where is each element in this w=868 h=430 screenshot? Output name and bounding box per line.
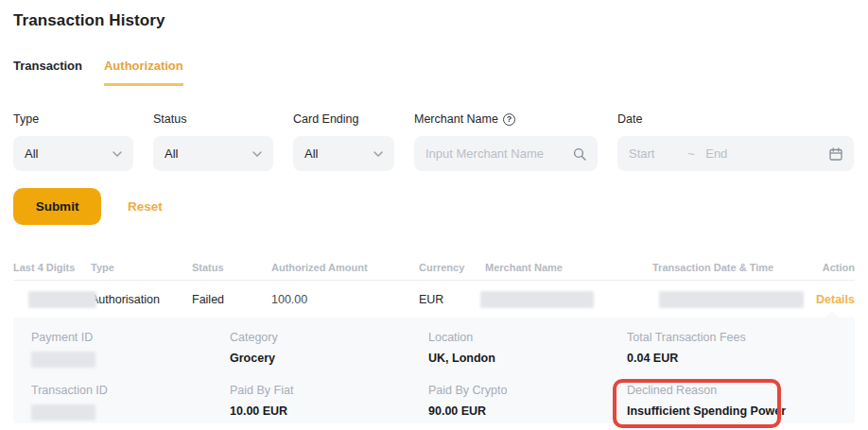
paid-by-crypto-value: 90.00 EUR: [428, 404, 627, 418]
category-label: Category: [230, 331, 428, 344]
fees-label: Total Transaction Fees: [627, 331, 825, 344]
filter-actions: Submit Reset: [13, 188, 855, 225]
redacted-payment-id: [31, 352, 95, 368]
card-ending-select[interactable]: All: [293, 136, 394, 171]
date-start-input[interactable]: [629, 146, 686, 161]
question-circle-icon[interactable]: ?: [503, 113, 515, 126]
panel-caret: [825, 311, 840, 318]
field-location: Location UK, London: [428, 331, 627, 368]
type-select-value: All: [25, 146, 113, 161]
tab-transaction[interactable]: Transaction: [13, 59, 82, 86]
cell-datetime: [652, 291, 813, 308]
redacted-last4: [28, 291, 96, 308]
expanded-detail-panel: Payment ID Category Grocery Location UK,…: [13, 318, 855, 423]
field-paid-by-crypto: Paid By Crypto 90.00 EUR: [428, 384, 627, 421]
cell-type: Authorisation: [91, 293, 192, 306]
location-value: UK, London: [428, 352, 627, 365]
filter-status-label: Status: [153, 112, 273, 126]
date-range-field: ~: [617, 136, 854, 171]
paid-by-crypto-label: Paid By Crypto: [428, 384, 627, 397]
card-ending-select-value: All: [304, 146, 373, 161]
chevron-down-icon: [113, 151, 122, 157]
col-authorized-amount: Authorized Amount: [271, 262, 419, 273]
cell-last4: [13, 291, 91, 308]
filter-date: Date ~: [617, 112, 854, 171]
status-select-value: All: [165, 146, 252, 161]
location-label: Location: [428, 331, 627, 344]
cell-currency: EUR: [419, 293, 485, 306]
col-currency: Currency: [419, 262, 485, 273]
details-link[interactable]: Details: [816, 293, 855, 306]
filter-card-ending-label: Card Ending: [293, 112, 394, 126]
page-title: Transaction History: [13, 11, 855, 30]
chevron-down-icon: [373, 151, 383, 157]
table-row: Authorisation Failed 100.00 EUR Details: [13, 281, 855, 318]
declined-reason-label: Declined Reason: [627, 384, 825, 397]
merchant-name-field: [414, 136, 598, 171]
filter-type-label: Type: [13, 112, 133, 126]
field-transaction-id: Transaction ID: [31, 384, 230, 421]
payment-id-label: Payment ID: [31, 331, 230, 344]
date-end-input[interactable]: [705, 146, 762, 161]
cell-merchant: [485, 291, 652, 308]
declined-reason-value: Insufficient Spending Power: [627, 404, 825, 418]
col-status: Status: [192, 262, 271, 273]
col-merchant-name: Merchant Name: [485, 262, 652, 273]
filter-merchant-label-text: Merchant Name: [414, 112, 498, 126]
cell-authorized-amount: 100.00: [271, 293, 419, 306]
type-select[interactable]: All: [13, 136, 133, 171]
filter-merchant-name: Merchant Name ?: [414, 112, 598, 171]
col-transaction-date-time: Transaction Date & Time: [652, 262, 813, 273]
paid-by-fiat-value: 10.00 EUR: [230, 404, 428, 418]
filter-type: Type All: [13, 112, 133, 171]
table-header-row: Last 4 Digits Type Status Authorized Amo…: [13, 255, 855, 281]
authorization-table: Last 4 Digits Type Status Authorized Amo…: [13, 255, 855, 318]
chevron-down-icon: [252, 151, 262, 157]
filter-merchant-label: Merchant Name ?: [414, 112, 598, 126]
redacted-transaction-id: [31, 404, 95, 421]
filter-status: Status All: [153, 112, 273, 171]
filter-bar: Type All Status All Card Ending All: [13, 112, 855, 171]
date-separator: ~: [687, 146, 824, 161]
search-icon[interactable]: [573, 147, 586, 161]
fees-value: 0.04 EUR: [627, 352, 825, 365]
category-value: Grocery: [230, 352, 428, 365]
redacted-merchant: [480, 291, 594, 308]
field-payment-id: Payment ID: [31, 331, 230, 368]
paid-by-fiat-label: Paid By Fiat: [230, 384, 428, 397]
field-category: Category Grocery: [230, 331, 428, 368]
field-total-transaction-fees: Total Transaction Fees 0.04 EUR: [627, 331, 825, 368]
transaction-history-page: Transaction History Transaction Authoriz…: [0, 11, 868, 423]
filter-date-label: Date: [617, 112, 854, 126]
filter-card-ending: Card Ending All: [293, 112, 394, 171]
field-declined-reason: Declined Reason Insufficient Spending Po…: [627, 384, 825, 421]
merchant-name-input[interactable]: [425, 146, 573, 161]
calendar-icon[interactable]: [829, 147, 842, 161]
tab-authorization[interactable]: Authorization: [104, 59, 183, 86]
field-paid-by-fiat: Paid By Fiat 10.00 EUR: [230, 384, 428, 421]
col-last-4-digits: Last 4 Digits: [13, 262, 91, 273]
redacted-datetime: [659, 291, 804, 308]
col-type: Type: [91, 262, 192, 273]
status-select[interactable]: All: [153, 136, 273, 171]
detail-grid: Payment ID Category Grocery Location UK,…: [31, 331, 855, 421]
col-action: Action: [813, 262, 855, 273]
cell-status: Failed: [192, 293, 271, 306]
transaction-id-label: Transaction ID: [31, 384, 230, 397]
reset-button[interactable]: Reset: [128, 199, 163, 214]
tab-bar: Transaction Authorization: [13, 59, 855, 86]
submit-button[interactable]: Submit: [13, 188, 101, 225]
